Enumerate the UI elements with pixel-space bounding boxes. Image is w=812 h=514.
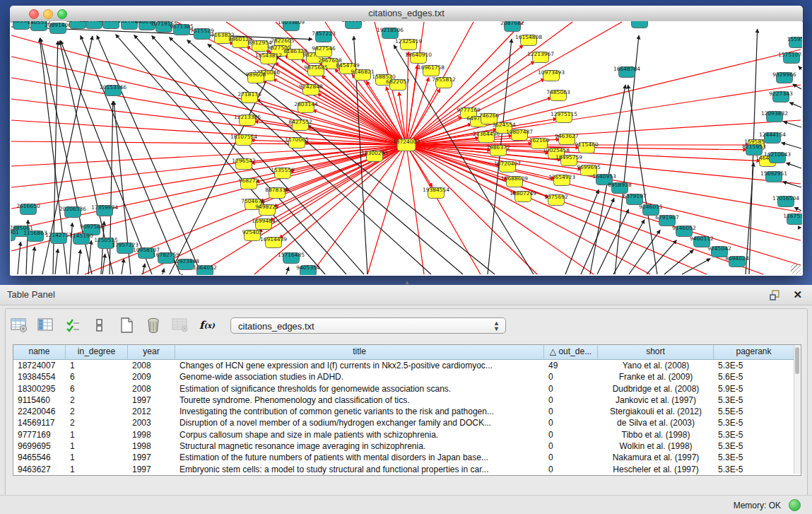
select-all-icon[interactable]: [64, 316, 82, 334]
table-row[interactable]: 911546021997Tourette syndrome. Phenomeno…: [13, 395, 794, 406]
svg-text:12093832: 12093832: [761, 110, 788, 117]
cell-name: 19384554: [13, 371, 66, 382]
delete-table-icon[interactable]: [171, 316, 189, 334]
show-column-icon[interactable]: [37, 316, 55, 334]
svg-text:13640910: 13640910: [405, 52, 432, 58]
table-panel-header: Table Panel ✕: [0, 285, 812, 305]
table-body: 1872400712008Changes of HCN gene express…: [13, 360, 794, 475]
svg-text:16782759: 16782759: [153, 252, 180, 258]
svg-text:12213967: 12213967: [527, 51, 554, 57]
window-resize-grip[interactable]: [791, 264, 801, 274]
svg-text:7357223: 7357223: [312, 30, 336, 37]
scrollbar-thumb[interactable]: [795, 347, 799, 374]
svg-text:10688609: 10688609: [501, 175, 528, 182]
node-table: namein_degreeyeartitle△ out_de...shortpa…: [13, 344, 801, 476]
cell-year: 2008: [128, 360, 175, 371]
column-header-pagerank[interactable]: pagerank: [714, 345, 794, 359]
cell-name: 18300295: [13, 383, 66, 395]
column-header-out_de[interactable]: △ out_de...: [544, 345, 598, 359]
svg-text:18300295: 18300295: [361, 150, 388, 156]
cell-pagerank: 5.3E-5: [714, 452, 794, 463]
clear-selection-icon[interactable]: [90, 316, 109, 334]
table-row[interactable]: 946554611997Estimation of the future num…: [13, 452, 794, 463]
close-panel-icon[interactable]: ✕: [793, 288, 802, 301]
cell-pagerank: 5.3E-5: [714, 464, 794, 475]
svg-text:9146052: 9146052: [672, 225, 696, 231]
new-column-icon[interactable]: [117, 316, 136, 334]
svg-text:2718176: 2718176: [237, 91, 261, 98]
cell-year: 2008: [128, 383, 175, 395]
float-panel-icon[interactable]: [770, 289, 781, 300]
svg-text:968272: 968272: [239, 177, 259, 184]
svg-text:9245042: 9245042: [707, 245, 731, 252]
svg-text:8454749: 8454749: [336, 62, 360, 69]
memory-status-indicator[interactable]: [789, 499, 801, 511]
svg-text:8813054: 8813054: [341, 21, 365, 23]
cell-title: Structural magnetic resonance image aver…: [175, 440, 544, 452]
cell-short: Nakamura et al. (1997): [598, 452, 714, 463]
cell-in_degree: 6: [66, 383, 128, 395]
svg-text:20206536: 20206536: [59, 206, 86, 212]
cell-short: Franke et al. (2009): [598, 371, 714, 382]
svg-text:155958: 155958: [787, 36, 802, 42]
cell-out_de: 0: [544, 452, 598, 463]
table-row[interactable]: 969969511998Structural magnetic resonanc…: [13, 440, 794, 452]
svg-text:9460112: 9460112: [690, 235, 714, 242]
network-window: citations_edges.txt 18300295193845549777…: [10, 6, 803, 276]
column-header-in_degree[interactable]: in_degree: [66, 345, 128, 359]
table-scrollbar[interactable]: [794, 345, 801, 474]
cell-short: Dudbridge et al. (2008): [598, 383, 714, 395]
cell-in_degree: 1: [66, 452, 128, 463]
svg-text:9498222: 9498222: [255, 204, 279, 210]
cell-pagerank: 5.3E-5: [714, 417, 794, 428]
cell-short: Yano et al. (2008): [598, 360, 714, 371]
function-builder-icon[interactable]: f(x): [198, 316, 216, 334]
cell-pagerank: 5.3E-5: [714, 440, 794, 452]
network-graph[interactable]: 1830029519384554977716964975687462663624…: [11, 21, 802, 275]
svg-text:18807249: 18807249: [510, 190, 536, 197]
table-row[interactable]: 977716911998Corpus callosum shape and si…: [13, 429, 794, 440]
svg-text:9115460: 9115460: [575, 141, 599, 148]
memory-status-label: Memory: OK: [734, 501, 781, 510]
table-mode-icon[interactable]: [10, 316, 28, 334]
table-row[interactable]: 946362711997Embryonic stem cells: a mode…: [13, 464, 794, 475]
table-row[interactable]: 2242004622012Investigating the contribut…: [13, 406, 794, 417]
cell-in_degree: 2: [66, 417, 128, 428]
table-row[interactable]: 1938455462009Genome-wide association stu…: [13, 371, 794, 382]
table-row[interactable]: 1830029562008Estimation of significance …: [13, 383, 794, 395]
cell-in_degree: 6: [66, 371, 128, 382]
svg-text:1699484: 1699484: [252, 218, 276, 224]
network-window-titlebar[interactable]: citations_edges.txt: [10, 6, 803, 22]
svg-text:16154808: 16154808: [515, 34, 542, 40]
svg-text:9097588: 9097588: [80, 223, 104, 230]
cell-name: 9465546: [13, 452, 66, 463]
svg-text:9699695: 9699695: [577, 164, 601, 170]
svg-text:12325419: 12325419: [395, 38, 422, 45]
delete-column-icon[interactable]: [144, 316, 163, 334]
column-header-name[interactable]: name: [13, 345, 66, 359]
column-header-title[interactable]: title: [175, 345, 544, 359]
table-chooser-dropdown[interactable]: citations_edges.txt ▲▼: [230, 317, 506, 334]
svg-text:15692951: 15692951: [760, 170, 787, 177]
svg-text:16961758: 16961758: [418, 64, 445, 71]
cell-title: Investigating the contribution of common…: [175, 406, 544, 417]
cell-year: 2003: [128, 417, 175, 428]
cell-name: 9115460: [13, 395, 66, 406]
cell-year: 2009: [128, 371, 175, 382]
svg-text:1640953: 1640953: [592, 173, 616, 180]
cell-in_degree: 1: [66, 440, 128, 452]
svg-text:1170065: 1170065: [285, 136, 309, 143]
cell-short: Tibbo et al. (1998): [598, 429, 714, 440]
column-header-year[interactable]: year: [128, 345, 175, 359]
svg-text:9227343: 9227343: [769, 90, 793, 97]
cell-year: 1997: [128, 452, 175, 463]
table-row[interactable]: 1872400712008Changes of HCN gene express…: [13, 360, 794, 371]
column-header-short[interactable]: short: [598, 345, 714, 359]
network-canvas[interactable]: 1830029519384554977716964975687462663624…: [11, 21, 802, 275]
svg-text:7955812: 7955812: [432, 76, 456, 83]
svg-text:1064052: 1064052: [193, 264, 217, 271]
svg-text:746266: 746266: [479, 112, 500, 119]
svg-text:9242848: 9242848: [299, 83, 323, 90]
table-row[interactable]: 1456911722003Disruption of a novel membe…: [13, 417, 794, 428]
svg-text:8878334: 8878334: [265, 187, 289, 193]
